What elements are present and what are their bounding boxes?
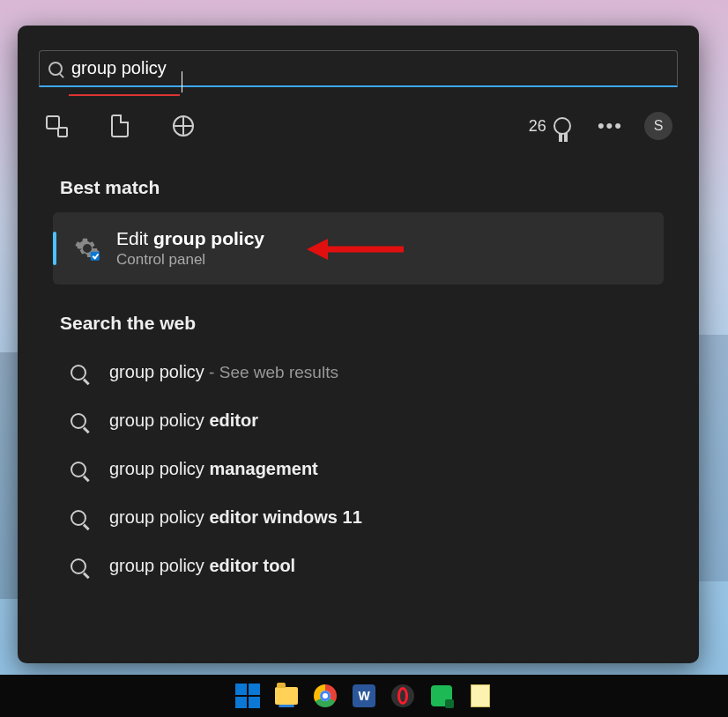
app-button[interactable]: [428, 683, 455, 709]
settings-gear-icon: [74, 235, 100, 262]
search-input[interactable]: [71, 58, 668, 78]
best-match-subtitle: Control panel: [116, 251, 264, 269]
file-explorer-button[interactable]: [273, 683, 300, 709]
spellcheck-underline: [69, 94, 180, 96]
folder-icon: [275, 687, 298, 705]
user-avatar[interactable]: S: [644, 112, 672, 140]
notepad-icon: [471, 684, 490, 707]
web-results-list: group policy - See web results group pol…: [18, 348, 699, 590]
web-result-item[interactable]: group policy - See web results: [18, 348, 699, 396]
annotation-arrow: [307, 237, 404, 262]
avatar-initial: S: [654, 118, 664, 134]
search-icon: [71, 462, 86, 477]
taskbar: W: [0, 675, 728, 717]
web-result-item[interactable]: group policy editor tool: [18, 542, 699, 590]
windows-search-panel: 26 ••• S Best match Edit group policy Co…: [18, 26, 699, 663]
web-result-item[interactable]: group policy editor: [18, 396, 699, 445]
filter-documents-icon[interactable]: [108, 114, 132, 138]
best-match-title-bold: group policy: [153, 228, 264, 248]
search-icon: [71, 413, 86, 429]
filter-apps-icon[interactable]: [44, 114, 69, 138]
notepad-button[interactable]: [467, 683, 494, 709]
filter-web-icon[interactable]: [171, 114, 196, 138]
rewards-points-value: 26: [529, 117, 546, 136]
web-result-item[interactable]: group policy editor windows 11: [18, 493, 699, 542]
rewards-points[interactable]: 26: [529, 117, 571, 136]
more-options-button[interactable]: •••: [598, 115, 623, 137]
opera-button[interactable]: [390, 683, 416, 709]
opera-icon: [391, 684, 414, 707]
search-web-heading: Search the web: [60, 313, 699, 334]
search-filter-row: 26 ••• S: [18, 87, 699, 149]
best-match-text: Edit group policy Control panel: [116, 228, 264, 269]
search-icon: [48, 62, 63, 76]
selection-indicator: [53, 232, 56, 265]
chrome-icon: [314, 684, 337, 707]
word-icon: W: [353, 684, 375, 707]
text-cursor: [182, 71, 182, 92]
chrome-button[interactable]: [312, 683, 338, 709]
medal-icon: [553, 117, 571, 135]
search-icon: [71, 510, 86, 526]
search-icon: [71, 558, 86, 574]
best-match-title-prefix: Edit: [116, 228, 153, 248]
best-match-heading: Best match: [60, 177, 699, 198]
search-box[interactable]: [39, 50, 678, 87]
web-result-item[interactable]: group policy management: [18, 445, 699, 493]
windows-logo-icon: [235, 684, 260, 708]
green-app-icon: [431, 685, 452, 706]
best-match-result[interactable]: Edit group policy Control panel: [53, 212, 664, 285]
start-button[interactable]: [234, 683, 261, 709]
word-button[interactable]: W: [351, 683, 377, 709]
search-icon: [71, 365, 86, 381]
